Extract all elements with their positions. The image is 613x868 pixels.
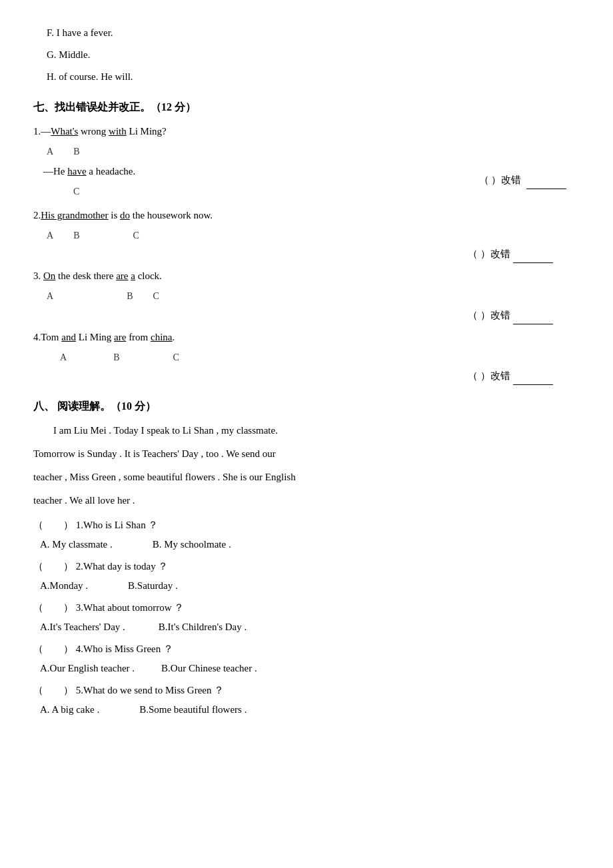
item2-correction: （ ）改错 bbox=[33, 245, 580, 263]
item1-line2: —He have a headache. bbox=[33, 163, 135, 181]
item4-correction: （ ）改错 bbox=[33, 367, 580, 385]
reading-passage: I am Liu Mei . Today I speak to Li Shan … bbox=[33, 422, 580, 510]
question3: （ ） 3.What about tomorrow ？ A.It's Teach… bbox=[33, 599, 580, 636]
item1-line1: 1.—What's wrong with Li Ming? bbox=[33, 123, 580, 141]
questions-block: （ ） 1.Who is Li Shan ？ A. My classmate .… bbox=[33, 516, 580, 719]
item1-labels2: C bbox=[73, 183, 135, 200]
item4-labels: A B C bbox=[47, 349, 580, 366]
intro-item-g: G. Middle. bbox=[47, 46, 580, 64]
intro-item-f: F. I have a fever. bbox=[47, 24, 580, 42]
item2-labels: A B C bbox=[47, 227, 580, 244]
section8-title: 八、 阅读理解。（10 分） bbox=[33, 397, 580, 416]
passage-line3: teacher , Miss Green , some beautiful fl… bbox=[33, 468, 580, 486]
question4-choices: A.Our English teacher . B.Our Chinese te… bbox=[40, 659, 580, 677]
item1-labels1: A B bbox=[47, 143, 580, 160]
section7-item3: 3. On the desk there are a clock. A B C … bbox=[33, 267, 580, 324]
question1-choices: A. My classmate . B. My schoolmate . bbox=[40, 536, 580, 554]
section7-title: 七、找出错误处并改正。（12 分） bbox=[33, 98, 580, 117]
passage-line4: teacher . We all love her . bbox=[33, 492, 580, 510]
section7-item4: 4.Tom and Li Ming are from china. A B C … bbox=[33, 328, 580, 385]
item1-correction: （ ）改错 bbox=[479, 171, 567, 189]
question2-choices: A.Monday . B.Saturday . bbox=[40, 577, 580, 595]
question1: （ ） 1.Who is Li Shan ？ A. My classmate .… bbox=[33, 516, 580, 554]
item3-labels: A B C bbox=[47, 288, 580, 304]
section7-item1: 1.—What's wrong with Li Ming? A B —He ha… bbox=[33, 123, 580, 200]
question5: （ ） 5.What do we send to Miss Green ？ A.… bbox=[33, 681, 580, 719]
passage-line1: I am Liu Mei . Today I speak to Li Shan … bbox=[33, 422, 580, 440]
item3-correction: （ ）改错 bbox=[33, 306, 580, 324]
question2: （ ） 2.What day is today ？ A.Monday . B.S… bbox=[33, 558, 580, 595]
question4: （ ） 4.Who is Miss Green ？ A.Our English … bbox=[33, 640, 580, 677]
passage-line2: Tomorrow is Sunday . It is Teachers' Day… bbox=[33, 445, 580, 463]
intro-item-h: H. of course. He will. bbox=[47, 68, 580, 86]
section7-item2: 2.His grandmother is do the housework no… bbox=[33, 207, 580, 263]
question5-choices: A. A big cake . B.Some beautiful flowers… bbox=[40, 701, 580, 719]
question3-choices: A.It's Teachers' Day . B.It's Children's… bbox=[40, 618, 580, 636]
